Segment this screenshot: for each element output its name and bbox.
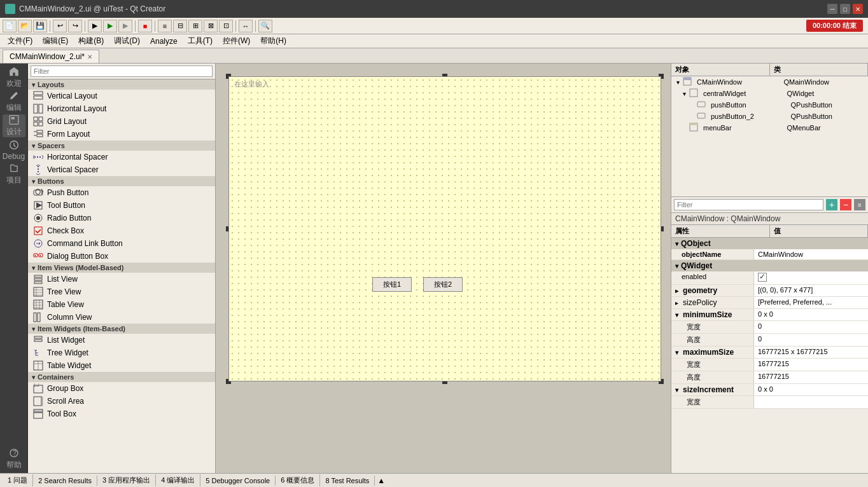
sidebar-edit[interactable]: 编辑 <box>3 90 25 113</box>
prop-sizepolicy-value[interactable]: [Preferred, Preferred, ... <box>754 297 868 308</box>
prop-maximumsize-label[interactable]: ▾ maximumSize <box>671 346 754 358</box>
widget-push-button[interactable]: OK Push Button <box>28 186 215 199</box>
menu-tools[interactable]: 工具(T) <box>183 34 218 48</box>
prop-maxwidth-value[interactable]: 16777215 <box>754 359 868 371</box>
prop-minheight-value[interactable]: 0 <box>754 334 868 346</box>
status-search[interactable]: 2 Search Results <box>33 476 97 486</box>
tree-row-cmainwindow[interactable]: ▾ CMainWindow QMainWindow <box>671 76 868 88</box>
prop-maxheight-value[interactable]: 16777215 <box>754 371 868 383</box>
props-add-button[interactable]: + <box>826 199 837 210</box>
tab-main[interactable]: CMMainWindow_2.ui* ✕ <box>3 50 99 63</box>
close-button[interactable]: ✕ <box>853 4 863 14</box>
run-timer-button[interactable]: 00:00:00 结束 <box>806 20 863 32</box>
maximize-button[interactable]: □ <box>840 4 850 14</box>
prop-sizeincrement-label[interactable]: ▾ sizeIncrement <box>671 384 754 395</box>
status-debugconsole[interactable]: 5 Debugger Console <box>200 476 276 486</box>
widget-list-view[interactable]: List View <box>28 273 215 285</box>
category-layouts[interactable]: Layouts <box>28 79 215 90</box>
status-expand-arrow[interactable]: ▲ <box>375 476 388 485</box>
prop-maximumsize-value[interactable]: 16777215 x 16777215 <box>754 346 868 358</box>
canvas-button-1[interactable]: 按钮1 <box>372 277 412 292</box>
category-buttons[interactable]: Buttons <box>28 176 215 186</box>
props-remove-button[interactable]: − <box>840 199 851 210</box>
widget-scroll-area[interactable]: Scroll Area <box>28 395 215 408</box>
widget-tool-button[interactable]: ▶ Tool Button <box>28 199 215 212</box>
geometry-expand-icon[interactable]: ▸ <box>675 287 678 294</box>
widget-column-view[interactable]: Column View <box>28 311 215 324</box>
widget-tree-view[interactable]: Tree View <box>28 285 215 298</box>
prop-objectname-value[interactable]: CMainWindow <box>754 249 868 259</box>
prop-enabled-value[interactable] <box>754 271 868 284</box>
menu-build[interactable]: 构建(B) <box>73 34 109 48</box>
layout-break-button[interactable]: ⊡ <box>219 20 233 32</box>
widget-group-box[interactable]: □ Group Box <box>28 382 215 395</box>
status-testresults[interactable]: 8 Test Results <box>320 476 375 486</box>
object-inspector-button[interactable]: 🔍 <box>258 20 272 32</box>
layout-g-button[interactable]: ⊞ <box>188 20 202 32</box>
status-problems[interactable]: 1 问题 <box>3 474 33 486</box>
sidebar-project[interactable]: 项目 <box>3 163 25 186</box>
maximumsize-expand-icon[interactable]: ▾ <box>675 349 678 356</box>
layout-h-button[interactable]: ≡ <box>158 20 172 32</box>
adjust-size-button[interactable]: ↔ <box>239 20 253 32</box>
menu-edit[interactable]: 编辑(E) <box>38 34 73 48</box>
minimize-button[interactable]: ─ <box>827 4 837 14</box>
expand-centralwidget[interactable]: ▾ <box>679 90 689 97</box>
run-button[interactable]: ▶ <box>103 20 117 32</box>
category-item-widgets[interactable]: Item Widgets (Item-Based) <box>28 324 215 334</box>
prop-minimumsize-label[interactable]: ▾ minimumSize <box>671 309 754 320</box>
widget-vertical-layout[interactable]: Vertical Layout <box>28 90 215 102</box>
tree-row-centralwidget[interactable]: ▾ centralWidget QWidget <box>671 88 868 99</box>
widget-tool-box[interactable]: Tool Box <box>28 408 215 420</box>
canvas-container[interactable]: 在这里输入 按钮1 按钮2 <box>216 64 671 473</box>
widget-vertical-spacer[interactable]: Vertical Spacer <box>28 163 215 176</box>
prop-minimumsize-value[interactable]: 0 x 0 <box>754 309 868 320</box>
widget-form-layout[interactable]: Form Layout <box>28 128 215 141</box>
sidebar-debug[interactable]: Debug <box>3 139 25 161</box>
prop-sizepolicy-label[interactable]: ▸ sizePolicy <box>671 297 754 308</box>
sidebar-design[interactable]: 设计 <box>3 114 25 137</box>
status-overview[interactable]: 6 概要信息 <box>276 474 320 486</box>
minimumsize-expand-icon[interactable]: ▾ <box>675 312 678 319</box>
widget-horizontal-spacer[interactable]: Horizontal Spacer <box>28 151 215 163</box>
widget-tree-widget[interactable]: Tree Widget <box>28 346 215 359</box>
stop-button[interactable]: ■ <box>138 20 152 32</box>
new-button[interactable]: 📄 <box>3 20 17 32</box>
status-appoutput[interactable]: 3 应用程序输出 <box>97 474 156 486</box>
menu-analyze[interactable]: Analyze <box>145 36 183 47</box>
menu-file[interactable]: 文件(F) <box>3 34 38 48</box>
widget-horizontal-layout[interactable]: Horizontal Layout <box>28 102 215 115</box>
prop-minwidth-value[interactable]: 0 <box>754 321 868 333</box>
build-button[interactable]: ▶ <box>88 20 102 32</box>
sidebar-help[interactable]: ? 帮助 <box>3 448 25 470</box>
tree-row-pushbutton2[interactable]: ▸ pushButton_2 QPushButton <box>671 111 868 122</box>
open-button[interactable]: 📂 <box>18 20 32 32</box>
tree-row-menubar[interactable]: ▸ menuBar QMenuBar <box>671 122 868 134</box>
prop-geometry-value[interactable]: [(0, 0), 677 x 477] <box>754 285 868 296</box>
debug-run-button[interactable]: ▶ <box>118 20 132 32</box>
widget-filter-input[interactable] <box>31 65 213 77</box>
layout-f-button[interactable]: ⊠ <box>204 20 218 32</box>
prop-incwidth-value[interactable] <box>754 396 868 408</box>
prop-category-qobject[interactable]: QObject <box>671 238 868 249</box>
form-canvas[interactable]: 在这里输入 按钮1 按钮2 <box>228 76 661 381</box>
menu-help[interactable]: 帮助(H) <box>255 34 291 48</box>
canvas-button-2[interactable]: 按钮2 <box>423 277 463 292</box>
widget-dialog-button-box[interactable]: Dialog Button Box <box>28 250 215 263</box>
props-filter-input[interactable] <box>674 199 823 210</box>
widget-grid-layout[interactable]: Grid Layout <box>28 115 215 128</box>
widget-radio-button[interactable]: Radio Button <box>28 212 215 224</box>
sidebar-welcome[interactable]: 欢迎 <box>3 66 25 89</box>
widget-table-widget[interactable]: Table Widget <box>28 359 215 372</box>
undo-button[interactable]: ↩ <box>53 20 67 32</box>
sizeincrement-expand-icon[interactable]: ▾ <box>675 387 678 394</box>
tab-close-icon[interactable]: ✕ <box>87 53 92 60</box>
menu-debug[interactable]: 调试(D) <box>109 34 145 48</box>
prop-geometry-label[interactable]: ▸ geometry <box>671 285 754 296</box>
save-button[interactable]: 💾 <box>33 20 47 32</box>
widget-check-box[interactable]: Check Box <box>28 224 215 237</box>
prop-sizeincrement-value[interactable]: 0 x 0 <box>754 384 868 395</box>
category-spacers[interactable]: Spacers <box>28 141 215 151</box>
tree-row-pushbutton[interactable]: ▸ pushButton QPushButton <box>671 99 868 111</box>
widget-list-widget[interactable]: List Widget <box>28 334 215 346</box>
